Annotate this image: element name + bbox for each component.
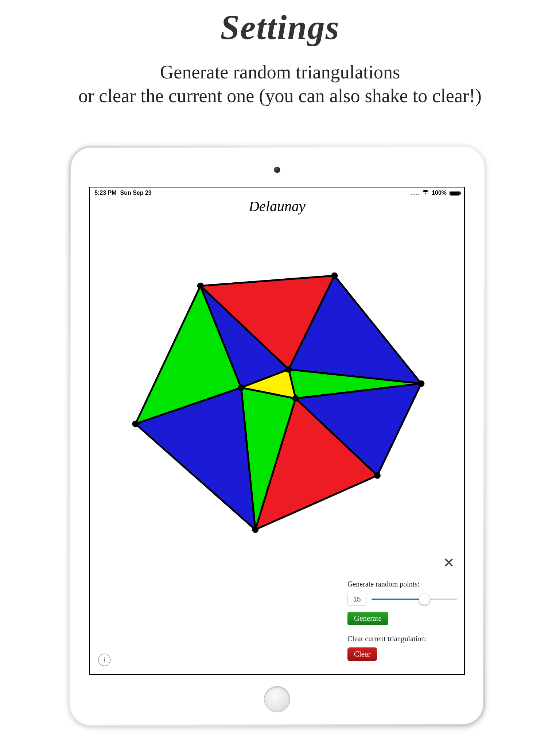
info-icon: i [103,655,105,665]
points-slider[interactable] [372,599,457,600]
ipad-device-frame: 5:23 PM Sun Sep 23 ..... 100% Delaunay i [69,146,485,726]
vertex-point[interactable] [374,472,381,479]
vertex-point[interactable] [418,380,424,387]
vertex-point[interactable] [252,526,258,533]
cell-signal-icon: ..... [411,190,419,196]
app-screen: 5:23 PM Sun Sep 23 ..... 100% Delaunay i [89,187,465,675]
subtitle-line-1: Generate random triangulations [0,60,560,84]
vertex-point[interactable] [132,421,139,427]
status-bar: 5:23 PM Sun Sep 23 ..... 100% [90,187,464,197]
vertex-point[interactable] [238,384,244,391]
points-count-input[interactable]: 15 [347,593,366,606]
vertex-point[interactable] [292,395,299,402]
vertex-point[interactable] [197,283,204,289]
app-title: Delaunay [90,198,464,215]
battery-icon [450,191,460,196]
subtitle-line-2: or clear the current one (you can also s… [0,84,560,108]
settings-panel: ✕ Generate random points: 15 Generate Cl… [347,576,457,667]
ipad-bezel: 5:23 PM Sun Sep 23 ..... 100% Delaunay i [71,148,483,724]
home-button[interactable] [264,686,290,712]
close-icon[interactable]: ✕ [443,556,455,570]
slider-thumb[interactable] [419,594,430,605]
page-title: Settings [0,7,560,47]
generate-points-label: Generate random points: [347,580,457,588]
vertex-point[interactable] [285,366,292,373]
triangulation-canvas[interactable]: i ✕ Generate random points: 15 Generate … [90,213,464,674]
status-date: Sun Sep 23 [120,190,151,196]
clear-label: Clear current triangulation: [347,635,457,643]
vertex-point[interactable] [331,272,338,279]
clear-button[interactable]: Clear [347,647,377,661]
info-button[interactable]: i [98,654,110,666]
battery-percentage: 100% [432,190,447,196]
wifi-icon [422,190,429,196]
generate-button[interactable]: Generate [347,612,388,625]
page-subtitle: Generate random triangulations or clear … [0,60,560,108]
camera-icon [274,167,280,173]
status-time: 5:23 PM [94,190,116,196]
